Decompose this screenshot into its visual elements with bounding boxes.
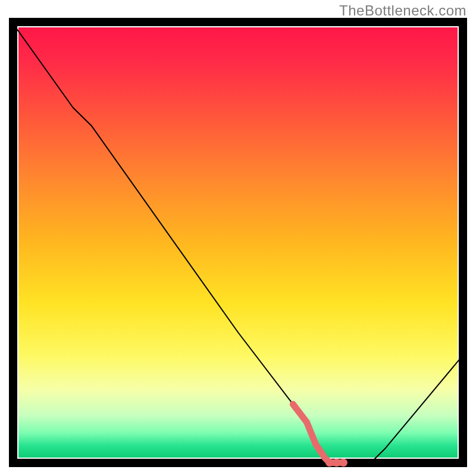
stage: TheBottleneck.com bbox=[0, 0, 476, 476]
chart-plot-area bbox=[9, 18, 467, 467]
watermark-text: TheBottleneck.com bbox=[339, 2, 466, 19]
